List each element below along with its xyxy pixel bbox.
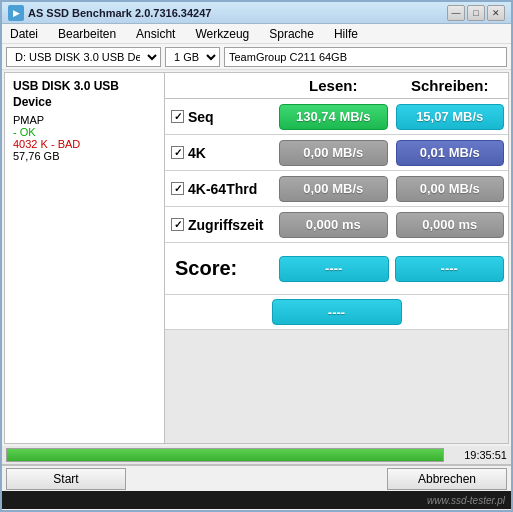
seq-read-cell: 130,74 MB/s bbox=[275, 102, 392, 132]
cancel-button[interactable]: Abbrechen bbox=[387, 468, 507, 490]
menu-hilfe[interactable]: Hilfe bbox=[330, 25, 362, 43]
menu-sprache[interactable]: Sprache bbox=[265, 25, 318, 43]
seq-label: ✓ Seq bbox=[165, 109, 275, 125]
bench-row-4k: ✓ 4K 0,00 MB/s 0,01 MB/s bbox=[165, 135, 508, 171]
seq-write-value: 15,07 MB/s bbox=[396, 104, 505, 130]
4k-label: ✓ 4K bbox=[165, 145, 275, 161]
seq-checkbox[interactable]: ✓ bbox=[171, 110, 184, 123]
access-read-value: 0,000 ms bbox=[279, 212, 388, 238]
access-label: ✓ Zugriffszeit bbox=[165, 217, 275, 233]
score-bottom: ---- bbox=[165, 295, 508, 330]
bench-header-left bbox=[165, 73, 275, 98]
bench-row-seq: ✓ Seq 130,74 MB/s 15,07 MB/s bbox=[165, 99, 508, 135]
window-controls: — □ ✕ bbox=[447, 5, 505, 21]
access-write-cell: 0,000 ms bbox=[392, 210, 509, 240]
pmap-label: PMAP bbox=[13, 114, 156, 126]
bottom-bar: Start Abbrechen bbox=[2, 465, 511, 491]
main-content: USB DISK 3.0 USBDevice PMAP - OK 4032 K … bbox=[4, 72, 509, 444]
bad-status: 4032 K - BAD bbox=[13, 138, 156, 150]
drive-name-input[interactable] bbox=[224, 47, 507, 67]
minimize-button[interactable]: — bbox=[447, 5, 465, 21]
bench-row-4k64: ✓ 4K-64Thrd 0,00 MB/s 0,00 MB/s bbox=[165, 171, 508, 207]
menu-bar: Datei Bearbeiten Ansicht Werkzeug Sprach… bbox=[2, 24, 511, 44]
menu-ansicht[interactable]: Ansicht bbox=[132, 25, 179, 43]
drive-select[interactable]: D: USB DISK 3.0 USB Device bbox=[6, 47, 161, 67]
4k-write-cell: 0,01 MB/s bbox=[392, 138, 509, 168]
left-panel: USB DISK 3.0 USBDevice PMAP - OK 4032 K … bbox=[5, 73, 165, 443]
progress-bar-container bbox=[6, 448, 444, 462]
4k64-checkbox[interactable]: ✓ bbox=[171, 182, 184, 195]
4k-checkbox[interactable]: ✓ bbox=[171, 146, 184, 159]
write-score-value: ---- bbox=[395, 256, 505, 282]
menu-datei[interactable]: Datei bbox=[6, 25, 42, 43]
device-name: USB DISK 3.0 USBDevice bbox=[13, 79, 156, 110]
bench-header: Lesen: Schreiben: bbox=[165, 73, 508, 99]
toolbar: D: USB DISK 3.0 USB Device 1 GB bbox=[2, 44, 511, 70]
ok-status: - OK bbox=[13, 126, 156, 138]
access-checkbox[interactable]: ✓ bbox=[171, 218, 184, 231]
disk-size: 57,76 GB bbox=[13, 150, 156, 162]
app-icon: ▶ bbox=[8, 5, 24, 21]
score-cells: ---- ---- bbox=[275, 252, 508, 286]
seq-read-value: 130,74 MB/s bbox=[279, 104, 388, 130]
seq-write-cell: 15,07 MB/s bbox=[392, 102, 509, 132]
4k64-label: ✓ 4K-64Thrd bbox=[165, 181, 275, 197]
4k-read-cell: 0,00 MB/s bbox=[275, 138, 392, 168]
score-row: Score: ---- ---- bbox=[165, 243, 508, 295]
write-header: Schreiben: bbox=[392, 73, 509, 98]
app-title: AS SSD Benchmark 2.0.7316.34247 bbox=[28, 7, 211, 19]
progress-bar-fill bbox=[7, 449, 443, 461]
bench-row-access: ✓ Zugriffszeit 0,000 ms 0,000 ms bbox=[165, 207, 508, 243]
4k-write-value: 0,01 MB/s bbox=[396, 140, 505, 166]
4k-read-value: 0,00 MB/s bbox=[279, 140, 388, 166]
maximize-button[interactable]: □ bbox=[467, 5, 485, 21]
4k64-read-value: 0,00 MB/s bbox=[279, 176, 388, 202]
title-bar: ▶ AS SSD Benchmark 2.0.7316.34247 — □ ✕ bbox=[2, 2, 511, 24]
read-header: Lesen: bbox=[275, 73, 392, 98]
access-read-cell: 0,000 ms bbox=[275, 210, 392, 240]
4k64-write-cell: 0,00 MB/s bbox=[392, 174, 509, 204]
4k64-write-value: 0,00 MB/s bbox=[396, 176, 505, 202]
4k64-read-cell: 0,00 MB/s bbox=[275, 174, 392, 204]
watermark-text: www.ssd-tester.pl bbox=[427, 495, 505, 506]
menu-werkzeug[interactable]: Werkzeug bbox=[191, 25, 253, 43]
size-select[interactable]: 1 GB bbox=[165, 47, 220, 67]
access-write-value: 0,000 ms bbox=[396, 212, 505, 238]
read-score-value: ---- bbox=[279, 256, 389, 282]
right-panel: Lesen: Schreiben: ✓ Seq 130,74 MB/s 15,0… bbox=[165, 73, 508, 443]
menu-bearbeiten[interactable]: Bearbeiten bbox=[54, 25, 120, 43]
time-display: 19:35:51 bbox=[452, 449, 507, 461]
score-label: Score: bbox=[165, 257, 275, 280]
watermark-bar: www.ssd-tester.pl bbox=[2, 491, 511, 509]
close-button[interactable]: ✕ bbox=[487, 5, 505, 21]
total-score-value: ---- bbox=[272, 299, 402, 325]
progress-area: 19:35:51 bbox=[2, 446, 511, 465]
start-button[interactable]: Start bbox=[6, 468, 126, 490]
